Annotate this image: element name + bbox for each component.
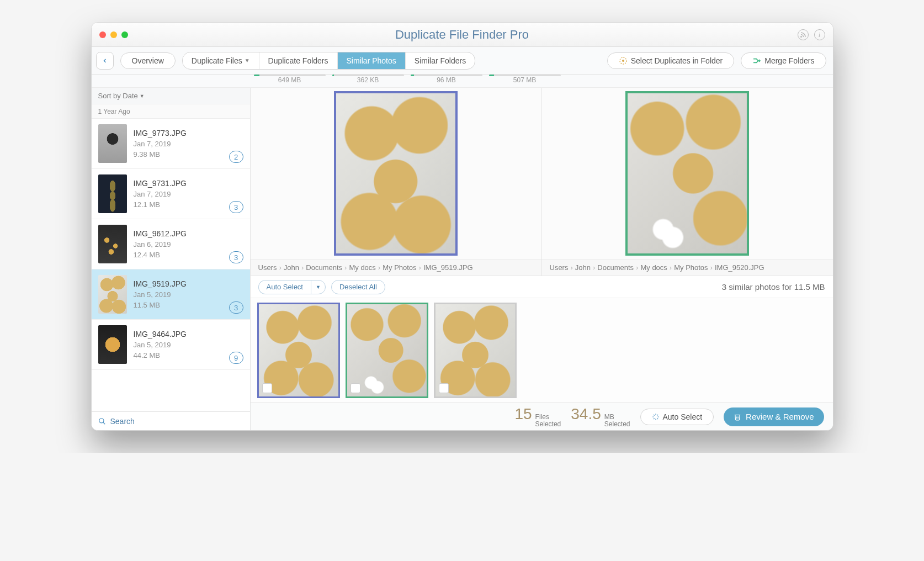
auto-select-button[interactable]: Auto Select [640,409,714,425]
breadcrumb-left: Users›John›Documents›My docs›My Photos›I… [251,259,541,276]
list-item[interactable]: IMG_9612.JPG Jan 6, 2019 12.4 MB 3 [92,219,250,269]
chevron-down-icon: ▼ [245,57,250,63]
overview-button[interactable]: Overview [120,52,176,69]
file-size: 12.1 MB [134,200,243,209]
chevron-right-icon: › [710,263,713,272]
breadcrumb-segment[interactable]: John [575,263,591,272]
review-remove-button[interactable]: Review & Remove [724,407,824,426]
compare-panes: Users›John›Documents›My docs›My Photos›I… [251,88,833,276]
chevron-right-icon: › [344,263,347,272]
category-tabs: Duplicate Files▼ Duplicate Folders Simil… [182,52,475,70]
sort-dropdown[interactable]: Sort by Date▼ [92,88,250,104]
tab-similar-folders[interactable]: Similar Folders [406,52,475,69]
breadcrumb-segment[interactable]: John [284,263,299,272]
file-name: IMG_9519.JPG [134,279,243,288]
breadcrumb-segment[interactable]: IMG_9520.JPG [715,263,764,272]
chevron-right-icon: › [378,263,380,272]
breadcrumb-segment[interactable]: My Photos [674,263,708,272]
app-title: Duplicate File Finder Pro [92,28,833,42]
deselect-all-button[interactable]: Deselect All [331,280,385,294]
back-button[interactable] [96,52,114,70]
main-area: Sort by Date▼ 1 Year Ago IMG_9773.JPG Ja… [92,88,833,430]
breadcrumb-right: Users›John›Documents›My docs›My Photos›I… [542,259,833,276]
thumbnail [98,275,127,314]
size-indicators: 649 MB 362 KB 96 MB 507 MB [92,75,833,88]
merge-icon [752,56,761,65]
count-badge: 9 [229,352,243,364]
thumbnail-1[interactable] [257,303,340,398]
chevron-down-icon: ▼ [316,284,321,290]
thumbnail-3[interactable] [434,303,517,398]
sidebar: Sort by Date▼ 1 Year Ago IMG_9773.JPG Ja… [92,88,251,430]
svg-point-2 [622,60,624,62]
breadcrumb-segment[interactable]: Users [258,263,277,272]
file-name: IMG_9773.JPG [134,129,243,137]
file-size: 44.2 MB [134,351,243,359]
thumbnail [98,174,127,213]
checkbox[interactable] [439,383,449,393]
breadcrumb-segment[interactable]: Documents [597,263,634,272]
tab-similar-photos[interactable]: Similar Photos [338,52,406,69]
thumbnail-2[interactable] [346,303,428,398]
file-date: Jan 5, 2019 [134,341,243,349]
group-header: 1 Year Ago [92,104,250,119]
chevron-right-icon: › [419,263,421,272]
titlebar: Duplicate File Finder Pro i [92,23,833,47]
tab-duplicate-folders[interactable]: Duplicate Folders [259,52,338,69]
breadcrumb-segment[interactable]: IMG_9519.JPG [423,263,473,272]
svg-point-3 [99,418,103,422]
chevron-right-icon: › [636,263,638,272]
file-name: IMG_9731.JPG [134,179,243,188]
thumbnail-strip [251,298,833,403]
action-bar: Auto Select ▼ Deselect All 3 similar pho… [251,276,833,298]
chevron-right-icon: › [670,263,672,272]
auto-select-dropdown[interactable]: ▼ [311,280,326,294]
count-badge: 2 [229,151,243,163]
file-date: Jan 6, 2019 [134,240,243,248]
breadcrumb-segment[interactable]: Documents [306,263,342,272]
file-name: IMG_9464.JPG [134,330,243,338]
merge-folders-button[interactable]: Merge Folders [741,52,826,69]
chevron-right-icon: › [593,263,595,272]
list-item[interactable]: IMG_9773.JPG Jan 7, 2019 9.38 MB 2 [92,119,250,169]
count-badge: 3 [229,201,243,213]
file-date: Jan 5, 2019 [134,290,243,299]
list-item[interactable]: IMG_9464.JPG Jan 5, 2019 44.2 MB 9 [92,320,250,370]
breadcrumb-segment[interactable]: My docs [349,263,375,272]
similar-summary: 3 similar photos for 11.5 MB [722,282,825,292]
compare-right: Users›John›Documents›My docs›My Photos›I… [542,88,833,276]
checkbox[interactable] [262,383,272,393]
trash-icon [734,413,741,421]
preview-image-right[interactable] [625,91,749,256]
svg-line-4 [103,422,105,424]
toolbar: Overview Duplicate Files▼ Duplicate Fold… [92,47,833,75]
select-duplicates-in-folder-button[interactable]: Select Duplicates in Folder [607,52,735,69]
tab-duplicate-files[interactable]: Duplicate Files▼ [183,52,259,69]
sparkle-icon [652,413,660,421]
breadcrumb-segment[interactable]: My docs [640,263,667,272]
thumbnail [98,124,127,163]
file-name: IMG_9612.JPG [134,229,243,238]
breadcrumb-segment[interactable]: My Photos [383,263,416,272]
breadcrumb-segment[interactable]: Users [550,263,569,272]
mb-selected-stat: 34.5 MBSelected [571,405,630,428]
chevron-right-icon: › [570,263,572,272]
content-area: Users›John›Documents›My docs›My Photos›I… [251,88,833,430]
auto-select-small-button[interactable]: Auto Select [258,280,311,294]
count-badge: 3 [229,251,243,263]
search-field[interactable]: Search [92,411,250,430]
preview-image-left[interactable] [334,91,458,256]
list-item[interactable]: IMG_9519.JPG Jan 5, 2019 11.5 MB 3 [92,269,250,320]
chevron-right-icon: › [301,263,304,272]
thumbnail [98,225,127,263]
compare-left: Users›John›Documents›My docs›My Photos›I… [251,88,542,276]
files-selected-stat: 15 FilesSelected [514,405,561,428]
footer: 15 FilesSelected 34.5 MBSelected Auto Se… [251,403,833,430]
list-item[interactable]: IMG_9731.JPG Jan 7, 2019 12.1 MB 3 [92,169,250,219]
checkbox[interactable] [351,383,360,393]
search-icon [98,417,106,425]
thumbnail [98,325,127,364]
target-icon [619,56,628,65]
file-size: 11.5 MB [134,301,243,309]
file-size: 9.38 MB [134,150,243,158]
